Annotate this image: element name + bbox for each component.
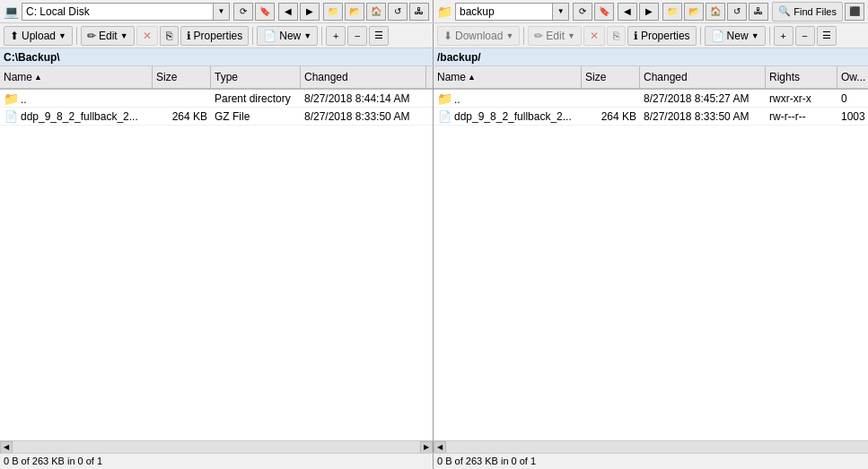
right-copy-btn[interactable]: ⎘ xyxy=(607,26,626,46)
left-hscroll[interactable]: ◀ ▶ xyxy=(0,440,433,453)
right-address-box[interactable]: backup xyxy=(455,3,553,21)
left-hscroll-right[interactable]: ▶ xyxy=(420,441,433,454)
right-file-list: 📁.. 8/27/2018 8:45:27 AM rwxr-xr-x 0 📄dd… xyxy=(434,90,868,440)
right-delete-icon: ✕ xyxy=(590,30,599,42)
file-changed: 8/27/2018 8:44:14 AM xyxy=(301,92,426,105)
left-copy-btn[interactable]: ⎘ xyxy=(160,26,179,46)
left-col-name[interactable]: Name▲ xyxy=(0,66,153,88)
search-icon: 🔍 xyxy=(778,5,791,17)
table-row[interactable]: 📄ddp_9_8_2_fullback_2... 264 KB 8/27/201… xyxy=(434,108,868,126)
upload-btn[interactable]: ⬆ Upload ▼ xyxy=(4,26,73,46)
file-changed: 8/27/2018 8:45:27 AM xyxy=(640,92,766,105)
left-sync-icon[interactable]: ⟳ xyxy=(233,3,253,21)
toolbar-sep-2 xyxy=(252,27,253,45)
file-icon: 📄 xyxy=(437,109,452,124)
file-type: GZ File xyxy=(211,110,301,123)
left-folder-icon[interactable]: 📁 xyxy=(323,3,343,21)
left-copy-icon: ⎘ xyxy=(166,30,172,42)
download-btn[interactable]: ⬇ Download ▼ xyxy=(437,26,520,46)
left-properties-btn[interactable]: ℹ Properties xyxy=(180,26,250,46)
right-extra-icon[interactable]: ⬛ xyxy=(845,3,864,21)
right-col-owner[interactable]: Ow... xyxy=(837,66,868,88)
right-refresh-icon[interactable]: ↺ xyxy=(727,3,747,21)
right-back-btn[interactable]: ◀ xyxy=(618,3,637,21)
left-properties-icon: ℹ xyxy=(187,30,191,42)
right-col-rights[interactable]: Rights xyxy=(766,66,837,88)
left-home-icon[interactable]: 🏠 xyxy=(366,3,386,21)
right-zoom-in-btn[interactable]: + xyxy=(774,26,793,46)
left-address-box[interactable]: C: Local Disk xyxy=(22,3,214,21)
table-row[interactable]: 📁.. Parent directory 8/27/2018 8:44:14 A… xyxy=(0,90,433,108)
right-hscroll-track[interactable] xyxy=(446,443,868,452)
toolbar-sep-r2 xyxy=(700,27,701,45)
left-view-btn[interactable]: ☰ xyxy=(369,26,389,46)
right-home-icon[interactable]: 🏠 xyxy=(706,3,725,21)
download-dropdown-icon: ▼ xyxy=(505,31,513,40)
left-address-dropdown[interactable]: ▼ xyxy=(214,3,230,21)
right-view-btn[interactable]: ☰ xyxy=(817,26,837,46)
right-address-dropdown[interactable]: ▼ xyxy=(553,3,569,21)
left-col-changed[interactable]: Changed xyxy=(301,66,426,88)
left-zoom-out-btn[interactable]: − xyxy=(347,26,367,46)
right-panel: Name▲ Size Changed Rights Ow... 📁.. xyxy=(434,66,868,453)
left-col-size[interactable]: Size xyxy=(153,66,211,88)
right-new-btn[interactable]: 📄 New ▼ xyxy=(705,26,766,46)
find-files-btn[interactable]: 🔍 Find Files xyxy=(772,2,843,22)
file-rights: rwxr-xr-x xyxy=(766,92,837,105)
file-name: 📄ddp_9_8_2_fullback_2... xyxy=(434,109,582,124)
left-address-text: C: Local Disk xyxy=(26,5,90,18)
right-col-size[interactable]: Size xyxy=(582,66,640,88)
right-bookmark-icon[interactable]: 🔖 xyxy=(594,3,614,21)
toolbar-sep-3 xyxy=(321,27,322,45)
right-folder-nav-icon[interactable]: 📁 xyxy=(662,3,682,21)
left-hscroll-left[interactable]: ◀ xyxy=(0,441,13,454)
left-edit-btn[interactable]: ✏ Edit ▼ xyxy=(81,26,135,46)
table-row[interactable]: 📁.. 8/27/2018 8:45:27 AM rwxr-xr-x 0 xyxy=(434,90,868,108)
left-forward-btn[interactable]: ▶ xyxy=(300,3,320,21)
right-col-headers: Name▲ Size Changed Rights Ow... xyxy=(434,66,868,90)
right-sync-icon[interactable]: ⟳ xyxy=(573,3,592,21)
left-delete-btn[interactable]: ✕ xyxy=(136,26,158,46)
right-new-icon: 📄 xyxy=(711,30,724,42)
right-hscroll-left[interactable]: ◀ xyxy=(434,441,446,454)
right-forward-btn[interactable]: ▶ xyxy=(639,3,659,21)
left-zoom-in-btn[interactable]: + xyxy=(326,26,346,46)
right-col-name[interactable]: Name▲ xyxy=(434,66,582,88)
table-row[interactable]: 📄ddp_9_8_2_fullback_2... 264 KB GZ File … xyxy=(0,108,433,126)
file-size: 264 KB xyxy=(153,110,211,123)
file-name: 📁.. xyxy=(0,91,153,106)
right-newfolder-icon[interactable]: 📂 xyxy=(684,3,704,21)
left-status: 0 B of 263 KB in 0 of 1 xyxy=(0,454,434,469)
right-hscroll[interactable]: ◀ ▶ xyxy=(434,440,868,453)
left-col-type[interactable]: Type xyxy=(211,66,301,88)
toolbar-sep-r1 xyxy=(523,27,524,45)
right-edit-dropdown-icon: ▼ xyxy=(567,31,575,40)
right-properties-icon: ℹ xyxy=(634,30,638,42)
left-new-icon: 📄 xyxy=(263,30,276,42)
left-ftp-icon[interactable]: 🖧 xyxy=(409,3,429,21)
left-panel: Name▲ Size Type Changed 📁.. Parent direc… xyxy=(0,66,434,453)
left-new-dropdown-icon: ▼ xyxy=(303,31,311,40)
left-hscroll-track[interactable] xyxy=(13,443,420,452)
left-newfolder-icon[interactable]: 📂 xyxy=(345,3,364,21)
left-edit-icon: ✏ xyxy=(87,30,96,42)
file-name: 📁.. xyxy=(434,91,582,106)
right-edit-icon: ✏ xyxy=(534,30,543,42)
left-back-btn[interactable]: ◀ xyxy=(278,3,298,21)
left-file-list: 📁.. Parent directory 8/27/2018 8:44:14 A… xyxy=(0,90,433,440)
left-bookmark-icon[interactable]: 🔖 xyxy=(255,3,275,21)
right-edit-btn[interactable]: ✏ Edit ▼ xyxy=(528,26,582,46)
toolbar-sep-1 xyxy=(76,27,77,45)
right-properties-btn[interactable]: ℹ Properties xyxy=(627,26,697,46)
left-edit-dropdown-icon: ▼ xyxy=(120,31,128,40)
left-refresh-icon[interactable]: ↺ xyxy=(388,3,408,21)
download-icon: ⬇ xyxy=(443,30,452,42)
right-status: 0 B of 263 KB in 0 of 1 xyxy=(434,454,868,469)
file-changed: 8/27/2018 8:33:50 AM xyxy=(640,110,766,123)
right-delete-btn[interactable]: ✕ xyxy=(583,26,605,46)
file-name: 📄ddp_9_8_2_fullback_2... xyxy=(0,109,153,124)
left-new-btn[interactable]: 📄 New ▼ xyxy=(257,26,318,46)
right-col-changed[interactable]: Changed xyxy=(640,66,766,88)
right-ftp-icon[interactable]: 🖧 xyxy=(749,3,768,21)
right-zoom-out-btn[interactable]: − xyxy=(795,26,815,46)
